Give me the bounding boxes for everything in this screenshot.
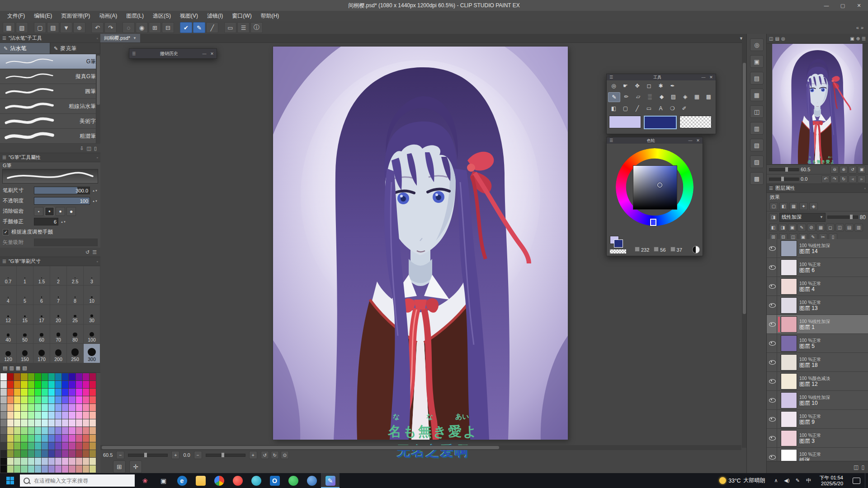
color-swatch[interactable] — [7, 435, 14, 442]
color-swatch[interactable] — [62, 404, 68, 411]
color-swatch[interactable] — [69, 381, 75, 388]
color-swatch[interactable] — [0, 373, 7, 380]
color-swatch[interactable] — [83, 458, 89, 465]
color-swatch[interactable] — [28, 412, 34, 419]
view-reset-button[interactable]: ↻ — [271, 451, 279, 459]
color-swatch[interactable] — [76, 427, 82, 434]
color-set-tab-icon[interactable]: ▦ — [16, 365, 20, 371]
color-swatch[interactable] — [90, 419, 96, 427]
tool-icon[interactable]: A — [655, 104, 666, 113]
navigator-rotate-slider[interactable] — [769, 178, 799, 181]
subtool-footer-icon[interactable]: ◫ — [87, 145, 91, 151]
hue-marker[interactable] — [650, 219, 656, 226]
color-swatch[interactable] — [0, 419, 7, 427]
zoom-in-button[interactable]: + — [171, 451, 179, 459]
tool-icon[interactable]: ░ — [644, 92, 656, 101]
tool-icon[interactable]: ✎ — [608, 92, 620, 102]
color-swatch[interactable] — [14, 442, 20, 450]
color-swatch[interactable] — [62, 450, 68, 457]
color-swatch[interactable] — [83, 373, 89, 380]
color-swatch[interactable] — [48, 404, 55, 411]
panel-pin-icon[interactable]: ▫ — [97, 36, 98, 41]
color-swatch[interactable] — [42, 442, 48, 450]
color-swatch[interactable] — [35, 435, 41, 442]
layer-thumbnail[interactable] — [781, 430, 797, 446]
color-swatch[interactable] — [21, 450, 27, 457]
color-swatch[interactable] — [28, 435, 34, 442]
brush-size-cell[interactable]: 15 — [17, 305, 33, 324]
brush-size-cell[interactable]: 50 — [17, 324, 33, 344]
color-swatch[interactable] — [76, 381, 82, 388]
navigator-zoom-button[interactable]: ⊖ — [830, 166, 839, 174]
brush-size-cell[interactable]: 0.7 — [0, 266, 17, 286]
tool-icon[interactable]: ✱ — [655, 81, 666, 90]
toolbar-button[interactable]: ☰ — [237, 22, 250, 33]
color-swatch[interactable] — [21, 427, 27, 434]
visibility-eye-icon[interactable] — [768, 448, 777, 461]
color-swatch[interactable] — [21, 435, 27, 442]
brush-list-item[interactable]: 粗澀筆 — [0, 129, 100, 144]
layer-lock-icon[interactable]: ◻ — [826, 224, 835, 231]
palette-dock-icon[interactable]: ▦ — [750, 89, 764, 101]
layer-row[interactable]: 100 %正常 图层 5 — [767, 334, 868, 353]
tab-dropdown-icon[interactable]: ▼ — [133, 36, 137, 40]
color-swatch[interactable] — [55, 404, 61, 411]
layer-thumbnail[interactable] — [781, 297, 797, 314]
tray-icon[interactable]: 中 — [803, 473, 814, 488]
toolbar-button[interactable]: ⊞ — [149, 22, 161, 33]
color-set-tab-icon[interactable]: ▥ — [9, 365, 14, 371]
taskbar-app-icon[interactable]: ❀ — [136, 473, 154, 488]
color-swatch[interactable] — [69, 389, 75, 396]
color-swatch[interactable] — [83, 427, 89, 434]
color-swatch[interactable] — [83, 389, 89, 396]
color-swatch[interactable] — [69, 458, 75, 465]
layer-effect-icon[interactable]: ✦ — [799, 202, 808, 210]
taskbar-clock[interactable]: 下午 01:54 2025/5/20 — [815, 475, 848, 487]
brush-size-cell[interactable]: 5 — [17, 286, 33, 305]
stabilization-value[interactable]: 6 — [34, 218, 58, 225]
visibility-eye-icon[interactable] — [768, 315, 777, 333]
brush-list-item[interactable]: 圓筆 — [0, 84, 100, 99]
color-swatch[interactable] — [90, 458, 96, 465]
crosshair-button[interactable]: ✛ — [129, 460, 142, 473]
zoom-out-button[interactable]: − — [116, 451, 124, 459]
color-set-tab-icon[interactable]: ▧ — [22, 365, 27, 371]
maximize-button[interactable]: ▢ — [835, 0, 851, 11]
minimize-icon[interactable]: — — [701, 75, 706, 80]
color-swatch[interactable] — [21, 412, 27, 419]
tool-icon[interactable]: ◎ — [608, 81, 619, 90]
history-window[interactable]: ☰ 撤销历史 — ✕ — [129, 48, 217, 59]
color-swatch[interactable] — [48, 381, 55, 388]
color-swatch[interactable] — [83, 412, 89, 419]
color-swatch[interactable] — [62, 465, 68, 473]
toolbar-button[interactable]: ╱ — [206, 22, 218, 33]
subtool-tab[interactable]: ✎ 沾水笔 — [0, 43, 50, 54]
layer-effect-icon[interactable]: ◈ — [809, 202, 818, 210]
toolbar-button[interactable]: ▭ — [224, 22, 236, 33]
color-swatch[interactable] — [55, 465, 61, 473]
brush-size-spinner[interactable]: ▲▼ — [92, 189, 98, 192]
horizontal-scrollbar[interactable] — [100, 445, 741, 450]
close-button[interactable]: ✕ — [851, 0, 867, 11]
layer-thumbnail[interactable] — [781, 354, 797, 371]
color-swatch[interactable] — [42, 419, 48, 427]
visibility-eye-icon[interactable] — [768, 429, 777, 447]
layer-thumbnail[interactable] — [781, 373, 797, 389]
color-swatch[interactable] — [90, 450, 96, 457]
color-swatch[interactable] — [76, 458, 82, 465]
rotate-right-button[interactable]: + — [249, 451, 257, 459]
color-swatch[interactable] — [0, 450, 7, 457]
layer-row[interactable]: 100 %正常 图层 18 — [767, 353, 868, 372]
layer-row[interactable]: 100 %正常 图层 13 — [767, 296, 868, 315]
color-swatch[interactable] — [90, 373, 96, 380]
color-swatch[interactable] — [14, 381, 20, 388]
brush-size-cell[interactable]: 4 — [0, 286, 17, 305]
color-set-tab-icon[interactable]: ▤ — [3, 365, 7, 371]
menu-item[interactable]: 帮助(H) — [256, 11, 284, 21]
layer-effect-icon[interactable]: ◧ — [779, 202, 788, 210]
color-swatch[interactable] — [21, 373, 27, 380]
color-swatch[interactable] — [48, 373, 55, 380]
color-swatch[interactable] — [42, 389, 48, 396]
toolbar-button[interactable]: ▢ — [34, 22, 46, 33]
action-center-button[interactable] — [849, 473, 864, 488]
